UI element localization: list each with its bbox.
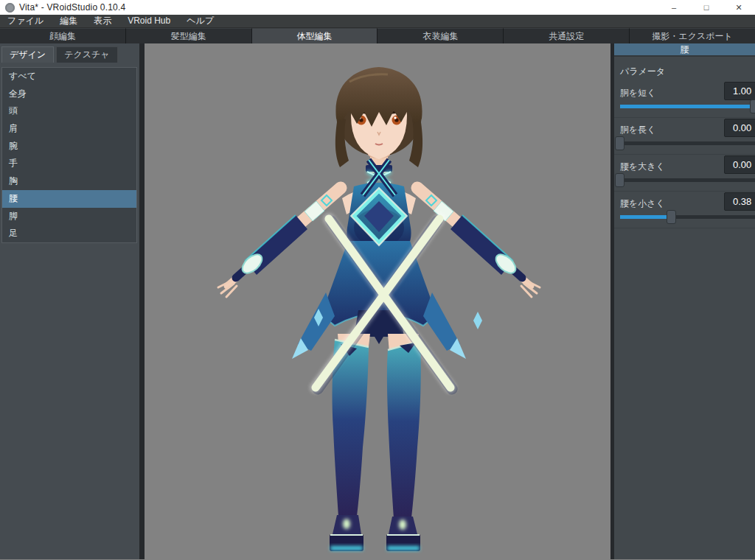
maximize-icon[interactable]: □ [690, 0, 723, 15]
character-model [145, 43, 610, 559]
slider-handle[interactable] [615, 173, 624, 187]
slider-handle[interactable] [750, 99, 755, 113]
slider-value-input[interactable]: 0.00 [724, 155, 755, 174]
menu-file[interactable]: ファイル [0, 15, 52, 27]
slider-value-input[interactable]: 1.00 [724, 82, 755, 100]
list-item-hand[interactable]: 手 [2, 155, 136, 172]
window-controls: – □ ✕ [658, 0, 755, 15]
slider-waist-bigger: 腰を大きく 0.00 [614, 155, 755, 192]
editor-tabbar: 顔編集 髪型編集 体型編集 衣装編集 共通設定 撮影・エクスポート [0, 28, 755, 43]
slider-label: 腰を小さく [620, 197, 665, 210]
tab-face-edit[interactable]: 顔編集 [0, 28, 126, 43]
menubar: ファイル 編集 表示 VRoid Hub ヘルプ [0, 15, 755, 28]
slider-fill [620, 215, 672, 219]
slider-track[interactable] [620, 105, 755, 108]
close-icon[interactable]: ✕ [723, 0, 755, 15]
right-arm [417, 188, 540, 297]
main-area: デザイン テクスチャ すべて 全身 頭 肩 腕 手 胸 腰 脚 足 [0, 43, 755, 559]
slider-label: 胴を短く [620, 87, 656, 99]
parameters-title: パラメータ [614, 57, 755, 81]
list-item-all[interactable]: すべて [2, 68, 136, 85]
slider-track[interactable] [620, 141, 755, 145]
shoes [330, 515, 420, 551]
left-sidebar: デザイン テクスチャ すべて 全身 頭 肩 腕 手 胸 腰 脚 足 [0, 43, 145, 559]
window-title: Vita* - VRoidStudio 0.10.4 [19, 2, 125, 13]
list-item-whole-body[interactable]: 全身 [2, 85, 136, 103]
right-panel: 腰 パラメータ 胴を短く 1.00 胴を長く 0.00 腰を大きく 0.00 [610, 43, 755, 559]
tab-common-settings[interactable]: 共通設定 [504, 28, 630, 43]
tab-body-edit[interactable]: 体型編集 [252, 28, 378, 43]
viewport-3d[interactable] [145, 43, 610, 559]
app-icon [5, 3, 15, 13]
tab-photo-export[interactable]: 撮影・エクスポート [630, 28, 755, 43]
list-item-arm[interactable]: 腕 [2, 138, 136, 155]
menu-view[interactable]: 表示 [86, 15, 119, 27]
slider-waist-smaller: 腰を小さく 0.38 [614, 192, 755, 228]
slider-track[interactable] [620, 215, 755, 219]
list-item-waist[interactable]: 腰 [2, 190, 136, 208]
sidebar-tab-texture[interactable]: テクスチャ [56, 46, 117, 63]
body-part-list: すべて 全身 頭 肩 腕 手 胸 腰 脚 足 [1, 67, 137, 243]
panel-header: 腰 [614, 43, 755, 57]
sidebar-tab-design[interactable]: デザイン [1, 46, 54, 63]
menu-help[interactable]: ヘルプ [178, 15, 222, 27]
slider-torso-shorter: 胴を短く 1.00 [614, 81, 755, 118]
list-item-chest[interactable]: 胸 [2, 172, 136, 190]
titlebar: Vita* - VRoidStudio 0.10.4 – □ ✕ [0, 0, 755, 15]
left-arm [218, 188, 341, 297]
menu-vroid-hub[interactable]: VRoid Hub [119, 15, 178, 27]
tab-hair-edit[interactable]: 髪型編集 [126, 28, 252, 43]
slider-label: 腰を大きく [620, 161, 665, 173]
slider-torso-longer: 胴を長く 0.00 [614, 118, 755, 155]
slider-handle[interactable] [667, 210, 676, 224]
slider-label: 胴を長く [620, 124, 656, 136]
minimize-icon[interactable]: – [658, 0, 690, 15]
list-item-head[interactable]: 頭 [2, 102, 136, 120]
list-item-leg[interactable]: 脚 [2, 208, 136, 225]
legs [333, 334, 421, 519]
slider-track[interactable] [620, 178, 755, 182]
list-item-foot[interactable]: 足 [2, 225, 136, 242]
slider-value-input[interactable]: 0.38 [724, 192, 755, 211]
list-item-shoulder[interactable]: 肩 [2, 120, 136, 138]
sidebar-tabs: デザイン テクスチャ [0, 46, 139, 63]
slider-fill [620, 105, 755, 108]
menu-edit[interactable]: 編集 [52, 15, 86, 27]
tab-outfit-edit[interactable]: 衣装編集 [378, 28, 504, 43]
slider-value-input[interactable]: 0.00 [724, 119, 755, 137]
slider-handle[interactable] [615, 136, 624, 150]
